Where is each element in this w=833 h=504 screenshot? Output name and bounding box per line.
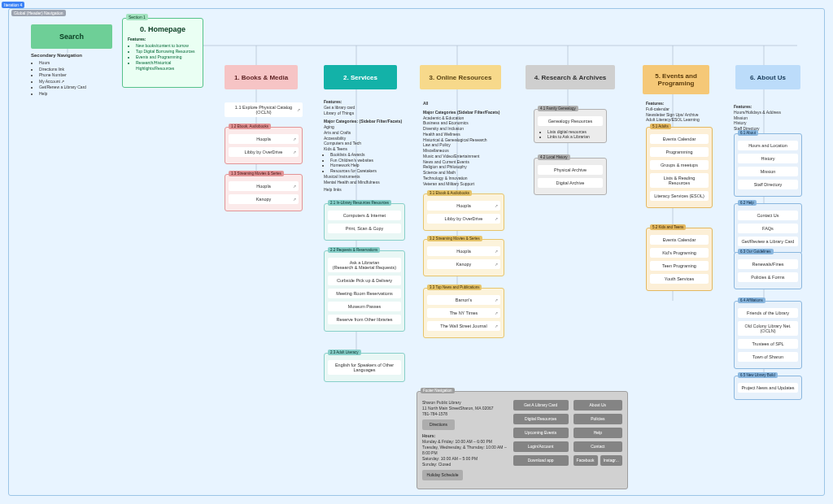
search-box[interactable]: Search	[31, 24, 112, 49]
item-reserve-other[interactable]: Reserve from Other libraries	[328, 315, 401, 324]
item-esol[interactable]: English for Speakers of Other Languages	[328, 360, 401, 375]
item-explore-catalog[interactable]: 1.1 Explore Physical Catalog (OCLN)↗	[225, 102, 303, 117]
item-hours-location[interactable]: Hours and Location	[738, 141, 798, 150]
secnav-item[interactable]: My Account ↗	[39, 79, 120, 85]
group-label: 3.1 Ebook & Audiobooks	[427, 190, 472, 196]
group-label: 6.1 About	[738, 130, 758, 136]
homepage-card[interactable]: Section 1 0. Homepage Features: New book…	[122, 18, 203, 88]
search-title: Search	[59, 33, 84, 41]
secnav-item[interactable]: Help	[39, 91, 120, 98]
item-kids-programming[interactable]: Kid's Programing	[650, 248, 709, 258]
btn-upcoming-events[interactable]: Upcoming Events	[513, 428, 569, 438]
secnav-item[interactable]: Get/Renew a Library Card	[39, 85, 120, 91]
item-groups-meetups[interactable]: Groups & meetups	[650, 160, 709, 170]
btn-download-app[interactable]: Download app	[513, 455, 569, 466]
item-staff-directory[interactable]: Staff Directory	[738, 180, 798, 189]
btn-instagram[interactable]: Instagr...	[600, 455, 622, 466]
secnav-item[interactable]: Directions link	[39, 67, 120, 73]
item-programming[interactable]: Programming	[650, 147, 709, 157]
item-lists-reading[interactable]: Lists & Reading Resources	[650, 173, 709, 188]
item-youth-services[interactable]: Youth Services	[650, 274, 709, 284]
group-ebook-audiobooks: 1.2 Ebook, Audiobooks Hoopla↗ Libby by O…	[225, 127, 303, 164]
item-physical-archive[interactable]: Physical Archive	[538, 165, 603, 175]
item-history[interactable]: History	[738, 154, 798, 163]
card-services[interactable]: 2. Services	[324, 65, 397, 89]
footer-label: Footer Navigation	[421, 388, 455, 393]
online-text: All Major Categories (Sidebar Filter/Fac…	[423, 101, 512, 186]
secnav-item[interactable]: Hours	[39, 60, 120, 67]
group-requests: 2.2 Requests & Reservations Ask a Librar…	[324, 250, 405, 332]
group-adult-literacy: 2.3 Adult Literacy English for Speakers …	[324, 353, 405, 382]
item-nytimes[interactable]: The NY Times↗	[427, 308, 500, 318]
item-libby[interactable]: Libby by OverDrive↗	[427, 214, 500, 224]
card-events[interactable]: 5. Events and Programing	[643, 65, 709, 94]
item-ocln[interactable]: Old Colony Library Net. (OCLN)	[738, 321, 798, 336]
item-hoopla[interactable]: Hoopla↗	[427, 246, 500, 256]
btn-holiday-schedule[interactable]: Holiday Schedule	[422, 470, 463, 480]
external-icon: ↗	[495, 262, 498, 267]
group-label: 6.3 Our Guidelines	[738, 249, 774, 254]
btn-contact[interactable]: Contact	[574, 441, 622, 452]
item-meeting-room[interactable]: Meeting Room Reservations	[328, 289, 401, 298]
item-friends-library[interactable]: Friends of the Library	[738, 308, 798, 318]
item-mission[interactable]: Mission	[738, 167, 798, 176]
item-wsj[interactable]: The Wall Street Journal↗	[427, 321, 500, 331]
group-streaming: 1.3 Streaming Movies & Series Hoopla↗ Ka…	[225, 174, 303, 211]
external-icon: ↗	[495, 203, 498, 208]
item-teen-programming[interactable]: Teen Programing	[650, 261, 709, 271]
item-hoopla[interactable]: Hoopla↗	[229, 181, 299, 191]
item-project-news[interactable]: Project News and Updates	[738, 383, 798, 393]
card-online-resources[interactable]: 3. Online Resources	[420, 65, 501, 89]
bullet: Links to Ask a Librarian	[547, 134, 603, 139]
btn-login-account[interactable]: Login/Account	[513, 441, 569, 452]
group-label: 5.2 Kids and Teens	[650, 224, 686, 230]
item-kanopy[interactable]: Kanopy↗	[427, 259, 500, 269]
card-books-media[interactable]: 1. Books & Media	[225, 65, 298, 89]
card-about-us[interactable]: 6. About Us	[735, 65, 800, 89]
secnav-item[interactable]: Phone Number	[39, 72, 120, 79]
item-town-sharon[interactable]: Town of Sharon	[738, 352, 798, 362]
btn-get-library-card[interactable]: Get A Library Card	[513, 400, 569, 411]
item-libby[interactable]: Libby by OverDrive↗	[229, 147, 299, 157]
item-digital-archive[interactable]: Digital Archive	[538, 178, 603, 188]
item-trustees[interactable]: Trustees of SPL	[738, 339, 798, 349]
external-icon: ↗	[495, 249, 498, 254]
btn-facebook[interactable]: Facebook	[574, 455, 598, 466]
btn-digital-resources[interactable]: Digital Resources	[513, 414, 569, 424]
item-barrons[interactable]: Barron's↗	[427, 295, 500, 305]
footer-col3: About Us Policies Help Contact Facebook …	[574, 400, 622, 484]
group-label: 4.1 Family Genealogy	[538, 106, 578, 111]
card-research-archives[interactable]: 4. Research & Archives	[526, 65, 615, 89]
secondary-nav-title: Secondary Navigation	[31, 52, 120, 59]
item-faqs[interactable]: FAQs	[738, 224, 798, 233]
item-literacy-esol[interactable]: Literacy Services (ESOL)	[650, 191, 709, 201]
item-ask-librarian[interactable]: Ask a Librarian (Research & Material Req…	[328, 258, 401, 272]
item-events-calendar[interactable]: Events Calendar	[650, 134, 709, 144]
external-icon: ↗	[495, 216, 498, 221]
item-hoopla[interactable]: Hoopla↗	[229, 134, 299, 144]
btn-directions[interactable]: Directions	[422, 419, 455, 430]
item-get-card[interactable]: Get/Review a Library Card	[738, 237, 798, 246]
item-curbside[interactable]: Curbside Pick up & Delivery	[328, 276, 401, 285]
item-print-scan-copy[interactable]: Print, Scan & Copy	[328, 224, 401, 233]
item-museum-passes[interactable]: Museum Passes	[328, 302, 401, 311]
group-o-ebook: 3.1 Ebook & Audiobooks Hoopla↗ Libby by …	[423, 193, 504, 231]
group-inlibrary: 2.1 In-Library Resources Resources Compu…	[324, 203, 405, 241]
sitemap-canvas: Iteration 4 Global (Header) Navigation S…	[0, 0, 833, 504]
item-computers-internet[interactable]: Computers & Internet	[328, 211, 401, 220]
item-genealogy-resources[interactable]: Genealogy Resources	[538, 116, 603, 126]
item-kanopy[interactable]: Kanopy↗	[229, 194, 299, 204]
external-icon: ↗	[495, 311, 498, 315]
group-help: 6.2 Help Contact Us FAQs Get/Review a Li…	[734, 203, 802, 254]
group-new-library: 6.5 New Library Build Project News and U…	[734, 376, 802, 400]
btn-policies[interactable]: Policies	[574, 414, 622, 424]
btn-help[interactable]: Help	[574, 428, 622, 438]
item-hoopla[interactable]: Hoopla↗	[427, 201, 500, 211]
item-events-calendar[interactable]: Events Calendar	[650, 235, 709, 245]
section-tag: Section 1	[126, 14, 148, 20]
item-policies-forms[interactable]: Policies & Forms	[738, 272, 798, 282]
item-contact-us[interactable]: Contact Us	[738, 211, 798, 220]
btn-about-us[interactable]: About Us	[574, 400, 622, 411]
group-label: 1.2 Ebook, Audiobooks	[229, 124, 271, 129]
item-renewals-fines[interactable]: Renewals/Fines	[738, 259, 798, 269]
